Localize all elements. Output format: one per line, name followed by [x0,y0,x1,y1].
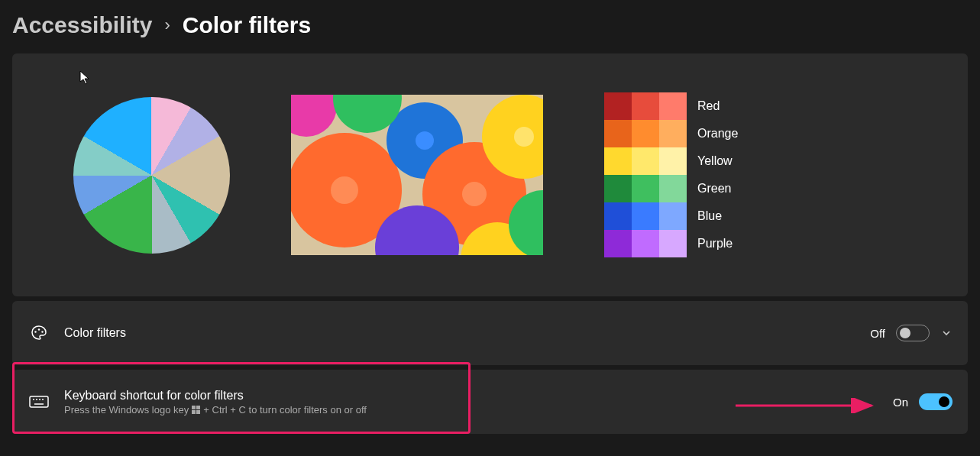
page-title: Color filters [183,12,311,38]
keyboard-shortcut-toggle[interactable] [919,393,953,410]
palette-label: Yellow [697,154,733,168]
color-filters-row[interactable]: Color filters Off [12,301,968,365]
chevron-right-icon: › [164,15,170,35]
palette-label: Purple [697,237,733,251]
windows-logo-icon [192,406,200,414]
swatch [604,202,632,230]
swatch [659,230,687,257]
swatch [632,175,659,202]
swatch [659,202,687,230]
swatch [632,120,659,147]
keyboard-shortcut-subtitle: Press the Windows logo key + Ctrl + C to… [64,404,893,416]
color-filters-title: Color filters [64,326,870,340]
breadcrumb-parent[interactable]: Accessibility [12,12,152,38]
swatch [659,147,687,175]
color-filters-toggle[interactable] [896,325,930,341]
swatch [632,92,659,120]
palette-icon [27,324,50,342]
swatch [604,120,632,147]
palette-row-orange: Orange [604,120,738,147]
svg-point-2 [331,176,358,204]
swatch [659,92,687,120]
palette-label: Red [697,99,720,113]
palette-label: Blue [697,209,722,223]
svg-point-4 [416,131,434,150]
color-wheel-preview [73,97,230,254]
keyboard-shortcut-title: Keyboard shortcut for color filters [64,389,893,403]
keyboard-icon [27,394,50,409]
svg-point-14 [34,331,36,332]
swatch [632,230,659,257]
swatch [632,147,659,175]
svg-rect-17 [30,396,48,407]
palette-row-purple: Purple [604,230,738,257]
svg-point-15 [38,328,40,330]
swatch [604,92,632,120]
swatch [632,202,659,230]
palette-label: Green [697,182,731,196]
palette-label: Orange [697,127,738,141]
swatch [604,230,632,257]
keyboard-shortcut-row[interactable]: Keyboard shortcut for color filters Pres… [12,370,968,434]
preview-card: Red Orange Yellow Green [12,53,968,296]
palette-row-red: Red [604,92,738,120]
breadcrumb: Accessibility › Color filters [12,12,968,38]
color-palette: Red Orange Yellow Green [604,92,738,257]
svg-point-6 [462,182,487,206]
palette-row-green: Green [604,175,738,202]
svg-point-16 [41,331,43,332]
svg-point-8 [514,127,534,147]
swatch [604,147,632,175]
sample-photo-preview [291,95,543,255]
palette-row-yellow: Yellow [604,147,738,175]
swatch [659,175,687,202]
palette-row-blue: Blue [604,202,738,230]
chevron-down-icon[interactable] [940,327,953,339]
color-filters-state-label: Off [870,327,885,340]
swatch [659,120,687,147]
swatch [604,175,632,202]
keyboard-shortcut-state-label: On [893,396,908,409]
